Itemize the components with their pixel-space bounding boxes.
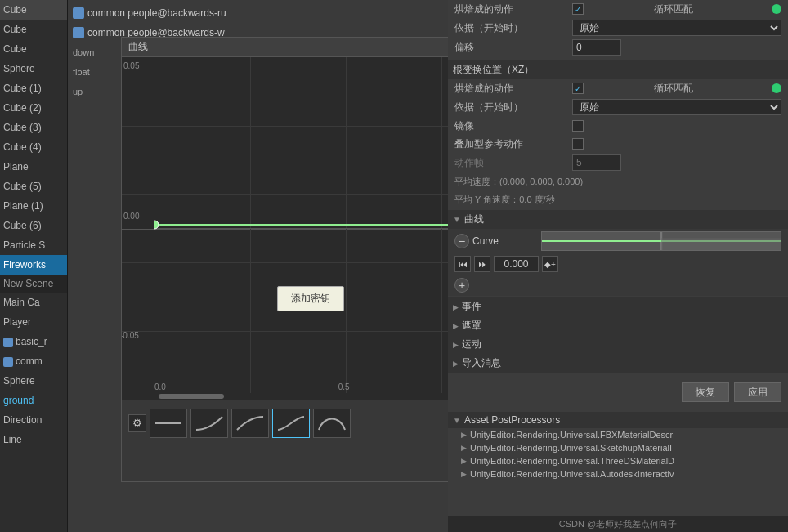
apply-button[interactable]: 应用: [734, 382, 781, 402]
sidebar-item-camera[interactable]: Main Ca: [0, 293, 67, 312]
offset-input[interactable]: [572, 39, 621, 56]
asset-item-1-label: UnityEditor.Rendering.Universal.Sketchup…: [470, 443, 672, 453]
sidebar-item-cube5[interactable]: Cube (2): [0, 98, 67, 118]
scene-item-0[interactable]: common people@backwards-ru: [68, 3, 448, 23]
curve-preview[interactable]: [541, 231, 781, 251]
import-messages-section[interactable]: ▶ 导入消息: [448, 354, 788, 373]
sidebar-item-player[interactable]: Player: [0, 312, 67, 332]
add-keyframe-button[interactable]: ◆+: [542, 256, 558, 272]
sidebar-item-ground[interactable]: ground: [0, 391, 67, 410]
root-depends-select[interactable]: 原始: [572, 99, 781, 115]
mirror-label: 镜像: [454, 119, 569, 133]
cube-icon-1: [73, 27, 84, 38]
time-input[interactable]: [494, 256, 539, 272]
root-bake-checkbox[interactable]: [572, 83, 584, 94]
bake-label: 烘焙成的动作: [454, 2, 569, 16]
motion-label: 运动: [462, 338, 481, 351]
mask-toggle-icon: ▶: [453, 322, 459, 330]
add-curve-button[interactable]: +: [454, 278, 469, 293]
curve-dialog-titlebar[interactable]: 曲线 ×: [122, 38, 448, 57]
asset-item-1[interactable]: ▶ UnityEditor.Rendering.Universal.Sketch…: [448, 441, 788, 454]
sidebar-item-plane2[interactable]: Plane (1): [0, 196, 67, 216]
restore-button[interactable]: 恢复: [682, 382, 729, 402]
import-msg-label: 导入消息: [462, 356, 501, 370]
sidebar-item-sphere2[interactable]: Sphere: [0, 371, 67, 391]
bake-checkbox[interactable]: [572, 3, 584, 15]
scrollbar-thumb[interactable]: [159, 394, 224, 399]
preset-ease-in[interactable]: [190, 409, 228, 438]
asset-header-label: Asset PostProcessors: [464, 414, 560, 426]
asset-post-processors: ▼ Asset PostProcessors ▶ UnityEditor.Ren…: [448, 409, 788, 484]
mirror-checkbox[interactable]: [572, 120, 584, 132]
root-pos-section: 根变换位置（XZ）: [448, 60, 788, 79]
avg-angle-label: 平均 Y 角速度：0.0 度/秒: [454, 194, 555, 206]
sidebar-item-fireworks[interactable]: Fireworks: [0, 255, 67, 275]
asset-item-1-icon: ▶: [461, 444, 467, 452]
sidebar-item-comm[interactable]: comm: [0, 351, 67, 371]
asset-item-3[interactable]: ▶ UnityEditor.Rendering.Universal.Autode…: [448, 467, 788, 481]
sidebar-item-cube2[interactable]: Cube: [0, 20, 67, 39]
asset-item-2-icon: ▶: [461, 457, 467, 465]
main-area: common people@backwards-ru common people…: [68, 0, 448, 532]
y-label-bot: -0.05: [122, 331, 139, 340]
avg-speed-row: 平均速度：(0.000, 0.000, 0.000): [448, 172, 788, 190]
asset-item-0-label: UnityEditor.Rendering.Universal.FBXMater…: [470, 430, 675, 440]
action-frame-input[interactable]: [572, 154, 621, 171]
collapsible-sections: ▶ 事件 ▶ 遮罩 ▶ 运动 ▶ 导入消息: [448, 297, 788, 373]
sidebar-item-cube1[interactable]: Cube: [0, 0, 67, 20]
chart-area[interactable]: 0.05 0.00 -0.05 添加密钥 0.0 0.5 1.0: [122, 57, 448, 400]
sidebar-item-cube6[interactable]: Cube (3): [0, 118, 67, 137]
root-bake-label: 烘焙成的动作: [454, 82, 569, 96]
next-keyframe-button[interactable]: ⏭: [474, 256, 490, 272]
sidebar-cube-icon: [3, 338, 13, 347]
scrollbar-horizontal[interactable]: [154, 393, 448, 400]
asset-item-3-icon: ▶: [461, 470, 467, 478]
curve-section-header[interactable]: ▼ 曲线: [448, 210, 788, 229]
y-label-mid: 0.00: [123, 212, 139, 221]
sidebar-item-line[interactable]: Line: [0, 430, 67, 449]
sidebar-item-cube7[interactable]: Cube (4): [0, 137, 67, 157]
watermark: CSDN @老师好我差点何向子: [448, 516, 788, 532]
root-bake-row: 烘焙成的动作 循环匹配: [448, 79, 788, 97]
additive-checkbox[interactable]: [572, 138, 584, 150]
mask-label: 遮罩: [462, 319, 481, 333]
mirror-row: 镜像: [448, 117, 788, 135]
preset-ease-out[interactable]: [231, 409, 269, 438]
offset-row: 偏移: [448, 38, 788, 57]
x-label-0: 0.0: [154, 382, 166, 391]
cube-icon-0: [73, 7, 84, 19]
events-section[interactable]: ▶ 事件: [448, 297, 788, 316]
settings-button[interactable]: ⚙: [128, 414, 146, 432]
mask-section[interactable]: ▶ 遮罩: [448, 316, 788, 335]
sidebar-item-plane1[interactable]: Plane: [0, 157, 67, 177]
loop-match-label: 循环匹配: [654, 2, 768, 16]
sidebar-item-direction[interactable]: Direction: [0, 410, 67, 430]
x-label-1: 0.5: [338, 382, 350, 391]
asset-header[interactable]: ▼ Asset PostProcessors: [448, 412, 788, 428]
asset-item-2[interactable]: ▶ UnityEditor.Rendering.Universal.ThreeD…: [448, 454, 788, 467]
events-label: 事件: [462, 300, 481, 314]
right-panel: 烘焙成的动作 循环匹配 依据（开始时） 原始 偏移 根变换位置（XZ） 烘焙成的…: [448, 0, 788, 532]
sidebar-item-cube9[interactable]: Cube (6): [0, 216, 67, 235]
curve-dialog: 曲线 × 0.05 0.00 -0.05: [121, 37, 448, 482]
sidebar-item-cube8[interactable]: Cube (5): [0, 177, 67, 196]
asset-item-0[interactable]: ▶ UnityEditor.Rendering.Universal.FBXMat…: [448, 428, 788, 441]
curve-controls: ⏮ ⏭ ◆+: [448, 253, 788, 275]
sidebar-item-sphere1[interactable]: Sphere: [0, 59, 67, 78]
y-label-top: 0.05: [123, 61, 139, 70]
preset-flat[interactable]: [150, 409, 187, 438]
sidebar-item-basic[interactable]: basic_r: [0, 332, 67, 351]
sidebar-item-particle[interactable]: Particle S: [0, 235, 67, 255]
remove-curve-button[interactable]: −: [454, 234, 469, 248]
add-key-tooltip: 添加密钥: [277, 286, 344, 311]
sidebar-item-cube4[interactable]: Cube (1): [0, 78, 67, 98]
motion-section[interactable]: ▶ 运动: [448, 335, 788, 354]
preset-bell[interactable]: [313, 409, 351, 438]
preset-ease-in-out[interactable]: [272, 409, 310, 438]
sidebar-item-cube3[interactable]: Cube: [0, 39, 67, 59]
prev-keyframe-button[interactable]: ⏮: [454, 256, 471, 272]
depends-start-select[interactable]: 原始: [572, 20, 781, 36]
curve-toggle-icon: ▼: [453, 215, 461, 224]
events-toggle-icon: ▶: [453, 303, 459, 311]
curve-svg[interactable]: [154, 57, 448, 400]
